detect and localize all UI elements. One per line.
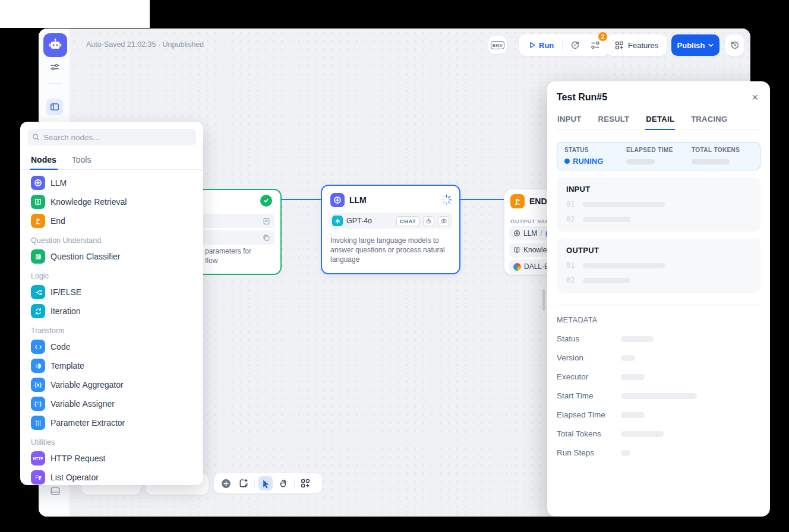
- features-grid-icon: [615, 41, 624, 50]
- publish-button[interactable]: Publish: [671, 34, 719, 56]
- tab-nodes[interactable]: Nodes: [30, 151, 58, 169]
- run-toolbar-group: Run 2: [519, 34, 609, 56]
- node-item-label: End: [51, 216, 65, 226]
- node-item-label: Iteration: [51, 306, 81, 316]
- node-item-label: Code: [51, 342, 70, 352]
- node-item-http-request[interactable]: HTTP HTTP Request: [25, 449, 198, 468]
- group-title: Transform: [25, 321, 198, 337]
- rerun-button[interactable]: [567, 37, 583, 53]
- line-number: 02: [566, 276, 575, 284]
- metadata-row: Elapsed Time: [557, 410, 760, 419]
- robot-badge-icon: [423, 216, 434, 226]
- workflow-nav-icon[interactable]: [46, 99, 63, 115]
- node-panel-tabs: Nodes Tools: [20, 151, 203, 170]
- model-selector[interactable]: GPT-4o CHAT: [329, 213, 452, 229]
- play-icon: [529, 42, 536, 49]
- env-button[interactable]: ENV: [488, 36, 507, 54]
- tokens-skeleton: [692, 159, 730, 164]
- node-item-if-else[interactable]: IF/ELSE: [25, 283, 198, 302]
- llm-icon: [330, 193, 345, 207]
- start-node-description: flow: [205, 256, 217, 265]
- aggregator-icon: {x}: [31, 378, 45, 392]
- loading-spinner-icon: [441, 194, 452, 205]
- elapsed-time-label: ELAPSED TIME: [626, 147, 692, 153]
- output-title: OUTPUT: [566, 246, 751, 255]
- canvas-toolbar: [214, 473, 322, 493]
- sliders-icon[interactable]: [49, 62, 60, 72]
- node-item-label: HTTP Request: [51, 454, 105, 463]
- tab-result[interactable]: RESULT: [598, 112, 630, 129]
- assigner-icon: {=}: [31, 397, 45, 411]
- features-button[interactable]: Features: [607, 34, 667, 56]
- history-button[interactable]: [725, 34, 744, 56]
- node-item-iteration[interactable]: Iteration: [25, 302, 198, 321]
- tab-tracing[interactable]: TRACING: [690, 112, 728, 129]
- pointer-tool-button[interactable]: [258, 476, 273, 490]
- skeleton-bar: [583, 217, 630, 222]
- llm-node[interactable]: LLM GPT-4o CHAT: [321, 185, 460, 274]
- output-card: OUTPUT 01 02: [557, 239, 760, 293]
- organize-nodes-button[interactable]: [298, 476, 313, 490]
- book-icon: [31, 195, 45, 209]
- node-item-template[interactable]: Template: [25, 356, 198, 375]
- node-item-parameter-extractor[interactable]: Parameter Extractor: [25, 413, 198, 432]
- hand-tool-button[interactable]: [276, 476, 291, 490]
- success-check-icon: [260, 195, 272, 207]
- node-item-label: Knowledge Retrieval: [51, 197, 127, 207]
- search-box[interactable]: [27, 129, 196, 145]
- skeleton-bar: [621, 431, 664, 437]
- model-name: GPT-4o: [346, 217, 393, 225]
- node-item-variable-assigner[interactable]: {=} Variable Assigner: [25, 394, 198, 413]
- add-note-button[interactable]: [236, 476, 251, 490]
- loop-icon: [31, 304, 45, 318]
- status-value: RUNING: [564, 157, 626, 166]
- node-item-question-classifier[interactable]: Question Classifier: [25, 247, 198, 266]
- node-list: LLM Knowledge Retrieval End Question Und…: [20, 170, 203, 485]
- panel-toggle-icon[interactable]: [50, 486, 61, 496]
- checklist-button[interactable]: 2: [588, 37, 603, 53]
- skeleton-bar: [621, 393, 697, 399]
- run-button[interactable]: Run: [525, 41, 557, 50]
- tab-input[interactable]: INPUT: [557, 112, 582, 129]
- status-card: STATUS RUNING ELAPSED TIME TOTAL TOKENS: [557, 142, 760, 170]
- node-item-label: Question Classifier: [51, 252, 121, 261]
- panel-title: Test Run#5: [557, 92, 607, 103]
- chat-mode-badge: CHAT: [396, 216, 419, 226]
- vision-eye-icon: [438, 216, 449, 226]
- backdrop-corner: [0, 0, 150, 28]
- node-item-list-operator[interactable]: List Operator: [25, 468, 198, 485]
- group-title: Logic: [25, 266, 198, 283]
- llm-node-description: Invoking large language models to answer…: [330, 236, 452, 264]
- slash: /: [540, 229, 542, 238]
- metadata-row: Status: [557, 334, 760, 343]
- canvas-scrollbar[interactable]: [542, 289, 545, 311]
- close-icon[interactable]: ×: [749, 92, 760, 103]
- search-input[interactable]: [43, 133, 191, 142]
- node-search-panel: Nodes Tools LLM Knowledge Retrieval End …: [20, 122, 203, 485]
- skeleton-bar: [583, 278, 630, 283]
- node-item-end[interactable]: End: [25, 211, 198, 230]
- tab-tools[interactable]: Tools: [71, 151, 93, 169]
- search-icon: [32, 133, 40, 141]
- input-card: INPUT 01 02: [557, 178, 760, 232]
- http-icon: HTTP: [31, 451, 45, 466]
- divider: [47, 83, 62, 84]
- dalle-icon: [513, 263, 521, 271]
- node-item-label: List Operator: [51, 473, 99, 482]
- node-item-llm[interactable]: LLM: [25, 173, 198, 192]
- add-node-button[interactable]: [219, 476, 233, 490]
- tab-detail[interactable]: DETAIL: [645, 112, 675, 129]
- node-item-code[interactable]: Code: [25, 337, 198, 356]
- divider: [294, 479, 295, 488]
- end-node-title: END: [529, 197, 547, 206]
- line-number: 01: [566, 200, 575, 208]
- app-robot-icon[interactable]: [43, 33, 67, 57]
- node-item-variable-aggregator[interactable]: {x} Variable Aggregator: [25, 375, 198, 394]
- metadata-title: METADATA: [557, 316, 760, 324]
- input-title: INPUT: [566, 185, 751, 194]
- node-item-knowledge-retrieval[interactable]: Knowledge Retrieval: [25, 192, 198, 211]
- classifier-icon: [31, 249, 45, 264]
- variable-name: DALL-E: [524, 262, 549, 271]
- metadata-row: Start Time: [557, 391, 760, 400]
- edge-start-to-llm: [282, 199, 321, 200]
